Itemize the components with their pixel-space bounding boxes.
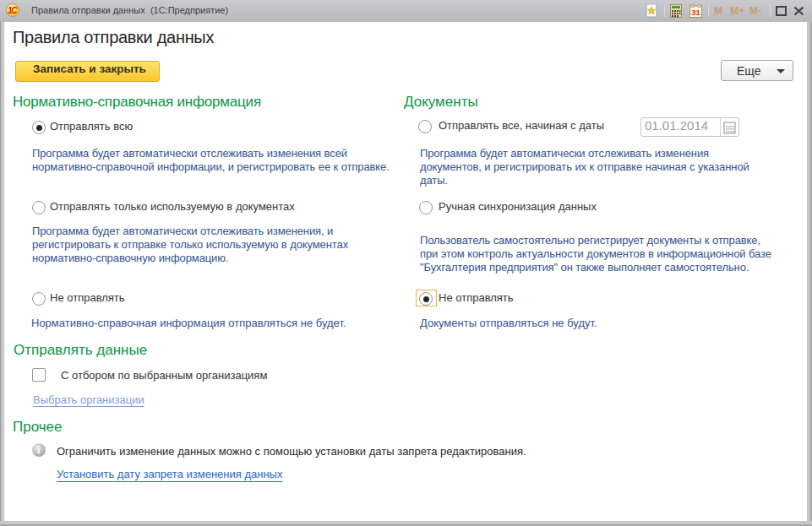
svg-text:31: 31 — [691, 8, 700, 17]
